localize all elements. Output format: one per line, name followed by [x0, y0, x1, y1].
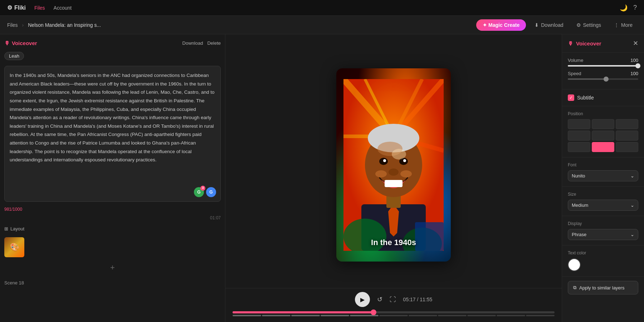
video-card: In the 1940s [336, 68, 451, 262]
pos-bot-left[interactable] [568, 142, 590, 152]
timeline-thumb [371, 309, 376, 315]
volume-row: Volume 100 [568, 58, 638, 63]
font-dropdown[interactable]: Nunito ⌄ [568, 170, 638, 181]
pos-mid-center[interactable] [592, 131, 614, 141]
voiceover-text-content: In the 1940s and 50s, Mandela's seniors … [10, 71, 215, 164]
breadcrumb-root[interactable]: Files [7, 22, 18, 28]
subtitle-checkbox[interactable]: ✓ [568, 94, 574, 101]
time-display: 05:17 / 11:55 [403, 297, 433, 302]
help-icon[interactable]: ? [633, 4, 637, 11]
text-color-swatch[interactable] [568, 258, 581, 271]
segment-9 [467, 315, 496, 316]
voiceover-delete-btn[interactable]: Delete [207, 40, 221, 46]
settings-icon: ⚙ [576, 22, 581, 28]
apply-to-similar-layers-button[interactable]: ⧉ Apply to similar layers [568, 281, 638, 294]
video-preview: In the 1940s [225, 34, 562, 288]
portrait-area [336, 68, 451, 262]
volume-fill [568, 65, 638, 67]
volume-slider[interactable] [568, 65, 638, 67]
font-section: Font Nunito ⌄ [562, 157, 644, 187]
volume-label: Volume [568, 58, 583, 63]
main-layout: 🎙 Voiceover Download Delete Leah In the … [0, 34, 644, 322]
svg-point-15 [383, 159, 386, 162]
layout-label: ⊞ Layout [4, 226, 24, 231]
size-section: Size Medium ⌄ [562, 187, 644, 216]
scene-label: Scene 18 [4, 278, 221, 286]
nav-account[interactable]: Account [54, 5, 72, 11]
svg-point-20 [400, 170, 412, 177]
segment-7 [409, 315, 437, 316]
center-panel: In the 1940s ▶ ↺ ⛶ 05:17 / 11:55 [225, 34, 562, 322]
pos-top-left[interactable] [568, 119, 590, 129]
breadcrumb-current: Nelson Mandela: an Inspiring s... [28, 22, 101, 28]
dark-mode-toggle[interactable]: 🌙 [620, 4, 628, 12]
voiceover-download-btn[interactable]: Download [182, 40, 203, 46]
video-background: In the 1940s [336, 68, 451, 262]
fullscreen-button[interactable]: ⛶ [390, 296, 396, 303]
badge-count: 3 [200, 186, 205, 191]
settings-button[interactable]: ⚙ Settings [572, 20, 606, 30]
more-icon: ⋮ [614, 22, 619, 28]
rewind-button[interactable]: ↺ [377, 296, 382, 303]
subtitle-label: Subtitle [577, 95, 594, 101]
speed-value: 100 [630, 71, 638, 76]
segment-8 [438, 315, 467, 316]
speed-fill [568, 78, 606, 80]
layout-icon: ⊞ [4, 226, 8, 231]
pos-mid-left[interactable] [568, 131, 590, 141]
speed-thumb [604, 77, 609, 82]
voiceover-timestamp: 01:07 [4, 215, 221, 220]
segment-6 [379, 315, 408, 316]
timeline-progress [233, 311, 374, 313]
volume-thumb [635, 63, 640, 68]
nav-files[interactable]: Files [34, 5, 45, 11]
svg-point-18 [389, 169, 399, 176]
position-label: Position [568, 111, 638, 116]
top-navigation: ⚙ Fliki Files Account 🌙 ? [0, 0, 644, 16]
segment-11 [526, 315, 555, 316]
voiceover-actions: Download Delete [182, 40, 221, 46]
pos-top-right[interactable] [616, 119, 638, 129]
chevron-down-icon: ⌄ [630, 173, 634, 179]
svg-rect-17 [385, 180, 402, 187]
subtitle-row: ✓ Subtitle [562, 89, 644, 106]
voiceover-title: 🎙 Voiceover [4, 40, 37, 46]
svg-point-16 [403, 159, 406, 162]
app-name: Fliki [14, 5, 26, 11]
add-scene-button[interactable]: + [4, 260, 221, 275]
breadcrumb-separator: › [22, 22, 24, 28]
voiceover-panel-icon: 🎙 [568, 40, 573, 47]
text-color-label: Text color [568, 250, 638, 255]
display-dropdown[interactable]: Phrase ⌄ [568, 229, 638, 240]
pos-top-center[interactable] [592, 119, 614, 129]
pos-bot-center[interactable] [592, 142, 614, 152]
svg-point-21 [392, 149, 406, 160]
speed-row: Speed 100 [568, 71, 638, 76]
grammarly-icon[interactable]: G 3 [194, 187, 204, 197]
portrait-svg [343, 79, 444, 251]
timeline-bar[interactable] [233, 311, 555, 313]
text-tools: G 3 G [194, 187, 216, 197]
position-section: Position [562, 106, 644, 157]
svg-point-19 [375, 170, 387, 177]
pos-bot-right[interactable] [616, 142, 638, 152]
google-icon[interactable]: G [206, 187, 216, 197]
volume-value: 100 [630, 58, 638, 63]
scene-thumb-inner: 🎨 [4, 237, 24, 257]
chevron-down-icon-3: ⌄ [630, 232, 634, 237]
download-button[interactable]: ⬇ Download [530, 20, 567, 30]
playback-controls: ▶ ↺ ⛶ 05:17 / 11:55 [233, 292, 555, 307]
close-panel-button[interactable]: ✕ [633, 39, 638, 47]
scene-thumbnail[interactable]: 🎨 [4, 237, 24, 257]
speed-slider[interactable] [568, 78, 638, 80]
play-button[interactable]: ▶ [355, 292, 370, 307]
voiceover-text-area[interactable]: In the 1940s and 50s, Mandela's seniors … [4, 66, 221, 202]
more-button[interactable]: ⋮ More [610, 20, 637, 30]
download-icon: ⬇ [535, 22, 539, 28]
voice-badge[interactable]: Leah [4, 52, 24, 60]
pos-mid-right[interactable] [616, 131, 638, 141]
layout-section: ⊞ Layout [4, 223, 221, 234]
magic-create-button[interactable]: ✦ Magic Create [476, 19, 526, 31]
subtitle-overlay: In the 1940s [336, 238, 451, 247]
size-dropdown[interactable]: Medium ⌄ [568, 200, 638, 211]
